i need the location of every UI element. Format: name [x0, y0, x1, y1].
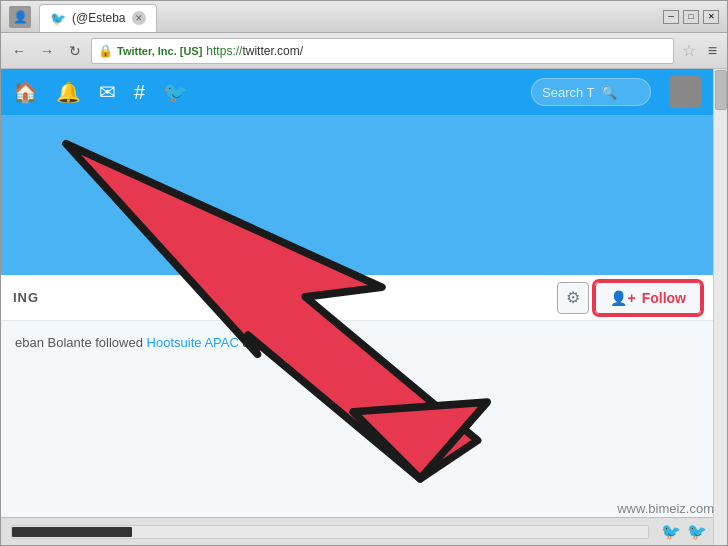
content-wrapper: 🏠 🔔 ✉ # 🐦 Search T 🔍 ING [1, 69, 727, 545]
ssl-lock-icon: 🔒 [98, 44, 113, 58]
horizontal-scrollbar[interactable] [11, 525, 649, 539]
bottom-icons: 🐦 🐦 [661, 522, 707, 541]
notifications-icon[interactable]: 🔔 [56, 80, 81, 104]
feed-and: and [242, 335, 264, 350]
forward-button[interactable]: → [35, 39, 59, 63]
feed-link-1[interactable]: Hootsuite APAC [147, 335, 239, 350]
follow-button[interactable]: 👤+ Follow [595, 282, 701, 314]
twitter-bird-logo[interactable]: 🐦 [163, 80, 188, 104]
close-button[interactable]: ✕ [703, 10, 719, 24]
scrollbar-thumb [12, 527, 132, 537]
bottom-bird-icon-1: 🐦 [661, 522, 681, 541]
follow-user-icon: 👤+ [610, 290, 635, 306]
bookmark-button[interactable]: ☆ [678, 41, 700, 60]
tab-bird-icon: 🐦 [50, 11, 66, 26]
title-bar: 👤 🐦 (@Esteba ✕ ─ □ ✕ [1, 1, 727, 33]
profile-banner [1, 115, 713, 275]
window-controls: ─ □ ✕ [663, 10, 719, 24]
ssl-company: Twitter, Inc. [US] [117, 45, 202, 57]
messages-icon[interactable]: ✉ [99, 80, 116, 104]
address-bar[interactable]: 🔒 Twitter, Inc. [US] https://twitter.com… [91, 38, 674, 64]
twitter-navbar: 🏠 🔔 ✉ # 🐦 Search T 🔍 [1, 69, 713, 115]
url-domain: twitter.com/ [242, 44, 303, 58]
feed-item: eban Bolante followed Hootsuite APAC and… [15, 333, 699, 353]
browser-window: 👤 🐦 (@Esteba ✕ ─ □ ✕ ← → ↻ 🔒 Twitter, In… [0, 0, 728, 546]
tab-close-button[interactable]: ✕ [132, 11, 146, 25]
home-icon[interactable]: 🏠 [13, 80, 38, 104]
vertical-scrollbar[interactable] [713, 69, 727, 545]
menu-button[interactable]: ≡ [704, 42, 721, 60]
user-avatar[interactable] [669, 76, 701, 108]
url-https: https:// [206, 44, 242, 58]
scrollbar-thumb-vertical [715, 70, 727, 110]
settings-button[interactable]: ⚙ [557, 282, 589, 314]
search-text: Search T [542, 85, 595, 100]
following-label: ING [13, 290, 39, 305]
tab-favicon: 👤 [9, 6, 31, 28]
maximize-button[interactable]: □ [683, 10, 699, 24]
search-box[interactable]: Search T 🔍 [531, 78, 651, 106]
minimize-button[interactable]: ─ [663, 10, 679, 24]
feed-prefix: eban Bolante followed [15, 335, 143, 350]
hashtag-icon[interactable]: # [134, 81, 145, 104]
bottom-bird-icon-2: 🐦 [687, 522, 707, 541]
url-text: https://twitter.com/ [206, 44, 666, 58]
browser-tab[interactable]: 🐦 (@Esteba ✕ [39, 4, 157, 32]
reload-button[interactable]: ↻ [63, 39, 87, 63]
back-button[interactable]: ← [7, 39, 31, 63]
main-content: 🏠 🔔 ✉ # 🐦 Search T 🔍 ING [1, 69, 713, 545]
feed-link-2[interactable]: Hootsuite [268, 335, 323, 350]
search-icon: 🔍 [601, 85, 617, 100]
profile-section: ING ⚙ 👤+ Follow eban Bolante followed Ho… [1, 115, 713, 517]
gear-icon: ⚙ [566, 288, 580, 307]
feed-area: eban Bolante followed Hootsuite APAC and… [1, 321, 713, 517]
watermark: www.bimeiz.com [617, 501, 714, 516]
follow-label: Follow [642, 290, 686, 306]
nav-bar: ← → ↻ 🔒 Twitter, Inc. [US] https://twitt… [1, 33, 727, 69]
tab-title: (@Esteba [72, 11, 126, 25]
bottom-bar: 🐦 🐦 [1, 517, 713, 545]
profile-actions-bar: ING ⚙ 👤+ Follow [1, 275, 713, 321]
